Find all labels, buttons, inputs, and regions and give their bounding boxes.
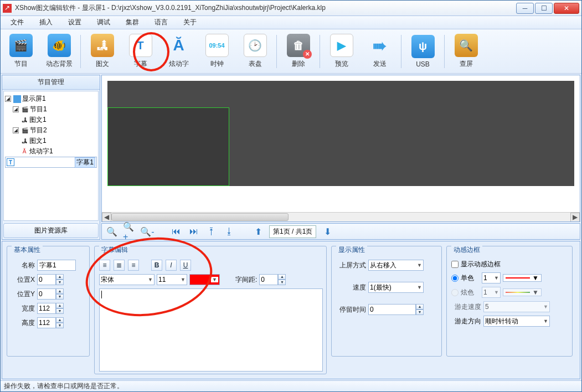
scroll-thumb[interactable] bbox=[111, 213, 289, 221]
stay-input[interactable] bbox=[368, 304, 416, 315]
page-top-icon[interactable]: ⭱ bbox=[205, 225, 218, 238]
scroll-right[interactable]: ▶ bbox=[570, 213, 580, 222]
page-indicator: 第1页 / 共1页 bbox=[269, 225, 316, 238]
tb-send[interactable]: ➠发送 bbox=[362, 32, 398, 71]
tree-p2b[interactable]: 炫动字1 bbox=[29, 147, 53, 156]
height-input[interactable] bbox=[37, 317, 56, 328]
spacing-input[interactable] bbox=[259, 274, 278, 285]
menu-debug[interactable]: 调试 bbox=[90, 17, 117, 28]
color-select[interactable]: ▼ bbox=[189, 274, 220, 285]
spin-down[interactable]: ▼ bbox=[56, 280, 64, 285]
align-right-button[interactable]: ≡ bbox=[128, 260, 139, 271]
menu-settings[interactable]: 设置 bbox=[61, 17, 88, 28]
first-page-icon[interactable]: ⏮ bbox=[169, 225, 183, 238]
tb-delete[interactable]: 🗑删除 bbox=[280, 32, 316, 71]
group-edit: 字幕编辑 bbox=[99, 245, 130, 255]
tb-clock[interactable]: 09:54时钟 bbox=[199, 32, 235, 71]
spin-down[interactable]: ▼ bbox=[56, 323, 64, 328]
align-center-button[interactable]: ≣ bbox=[114, 260, 125, 271]
maximize-button[interactable]: ☐ bbox=[535, 3, 553, 14]
tree-p1[interactable]: 节目1 bbox=[30, 105, 47, 114]
group-border: 动感边框 bbox=[451, 245, 482, 255]
mode-select[interactable]: 从右移入▼ bbox=[368, 260, 424, 271]
program-tree[interactable]: ◢显示屏1 ◢🎬节目1 🏞图文1 ◢🎬节目2 🏞图文1 Ă炫动字1 T字幕1 bbox=[3, 91, 99, 221]
subtitle-textarea[interactable] bbox=[99, 288, 323, 372]
width-input[interactable] bbox=[37, 303, 56, 314]
spin-up[interactable]: ▲ bbox=[56, 288, 64, 294]
menu-cluster[interactable]: 集群 bbox=[119, 17, 146, 28]
group-disp: 显示属性 bbox=[336, 245, 367, 255]
border-speed-select: 5▼ bbox=[483, 301, 550, 312]
spin-up[interactable]: ▲ bbox=[416, 304, 424, 310]
single-color-preview[interactable]: ▼ bbox=[503, 274, 542, 282]
tb-program[interactable]: 🎬节目 bbox=[3, 32, 39, 71]
magnifier-icon: 🔍 bbox=[455, 34, 478, 57]
menu-bar: 文件 插入 设置 调试 集群 语言 关于 bbox=[1, 16, 581, 29]
arrow-up-icon[interactable]: ⬆ bbox=[251, 225, 265, 238]
window-title: XShow图文编辑软件 - 显示屏1 - D:\rjxz\Xshow_V3.0.… bbox=[15, 3, 516, 13]
speed-select[interactable]: 1(最快)▼ bbox=[368, 282, 424, 293]
spin-up[interactable]: ▲ bbox=[56, 274, 64, 280]
spin-up[interactable]: ▲ bbox=[278, 274, 286, 280]
spin-up[interactable]: ▲ bbox=[56, 317, 64, 323]
close-button[interactable]: ✕ bbox=[554, 3, 579, 14]
border-dir-select[interactable]: 顺时针转动▼ bbox=[483, 316, 550, 327]
tree-p2a[interactable]: 图文1 bbox=[29, 136, 47, 146]
page-bottom-icon[interactable]: ⭳ bbox=[223, 225, 236, 238]
single-num-select[interactable]: 1▼ bbox=[482, 272, 501, 283]
tree-root[interactable]: 显示屏1 bbox=[22, 94, 46, 104]
tb-usb[interactable]: ψUSB bbox=[405, 32, 441, 71]
spin-down[interactable]: ▼ bbox=[56, 308, 64, 314]
tree-p2c[interactable]: 字幕1 bbox=[75, 157, 95, 168]
single-color-radio[interactable] bbox=[451, 275, 459, 282]
tb-subtitle[interactable]: T字幕 bbox=[122, 32, 158, 71]
tb-preview[interactable]: ▶预览 bbox=[323, 32, 359, 71]
app-icon bbox=[3, 4, 12, 13]
subtitle-region[interactable] bbox=[107, 107, 229, 186]
menu-file[interactable]: 文件 bbox=[4, 17, 30, 28]
pos-y-input[interactable] bbox=[37, 288, 56, 300]
spin-down[interactable]: ▼ bbox=[278, 280, 286, 285]
scroll-left[interactable]: ◀ bbox=[102, 213, 111, 222]
menu-language[interactable]: 语言 bbox=[148, 17, 174, 28]
tb-check[interactable]: 🔍查屏 bbox=[448, 32, 484, 71]
fancy-num-select: 1▼ bbox=[482, 287, 501, 298]
zoom-in-icon[interactable]: 🔍+ bbox=[123, 225, 136, 238]
menu-about[interactable]: 关于 bbox=[177, 17, 203, 28]
next-page-icon[interactable]: ⏭ bbox=[187, 225, 200, 238]
fancy-icon: Ă bbox=[20, 148, 28, 156]
film-icon: 🎬 bbox=[21, 106, 29, 114]
wand-icon: Ă bbox=[167, 34, 190, 57]
spin-down[interactable]: ▼ bbox=[56, 294, 64, 300]
show-border-checkbox[interactable] bbox=[451, 261, 459, 268]
name-input[interactable] bbox=[37, 260, 76, 271]
pos-x-input[interactable] bbox=[37, 274, 56, 285]
menu-insert[interactable]: 插入 bbox=[33, 17, 59, 28]
font-select[interactable]: 宋体▼ bbox=[99, 274, 154, 285]
underline-button[interactable]: U bbox=[180, 260, 191, 271]
italic-button[interactable]: I bbox=[166, 260, 177, 271]
main-toolbar: 🎬节目 🐠动态背景 🏞图文 T字幕 Ă炫动字 09:54时钟 🕑表盘 🗑删除 ▶… bbox=[1, 29, 581, 74]
text-icon: T bbox=[7, 158, 14, 166]
tree-p1a[interactable]: 图文1 bbox=[29, 115, 47, 125]
align-left-button[interactable]: ≡ bbox=[99, 260, 110, 271]
tb-fancy[interactable]: Ă炫动字 bbox=[161, 32, 197, 71]
zoom-fit-icon[interactable]: 🔍 bbox=[105, 225, 119, 238]
tb-dial[interactable]: 🕑表盘 bbox=[237, 32, 273, 71]
tree-toggle[interactable]: ◢ bbox=[5, 96, 11, 102]
size-select[interactable]: 11▼ bbox=[157, 274, 187, 285]
tb-imgtext[interactable]: 🏞图文 bbox=[84, 32, 120, 71]
arrow-down-icon[interactable]: ⬇ bbox=[321, 225, 334, 238]
tb-bg[interactable]: 🐠动态背景 bbox=[41, 32, 77, 71]
resource-library-button[interactable]: 图片资源库 bbox=[3, 223, 99, 238]
canvas-area[interactable]: ◀ ▶ bbox=[101, 75, 580, 222]
bold-button[interactable]: B bbox=[151, 260, 162, 271]
zoom-out-icon[interactable]: 🔍- bbox=[141, 225, 154, 238]
minimize-button[interactable]: ─ bbox=[516, 3, 534, 14]
tree-toggle[interactable]: ◢ bbox=[13, 127, 19, 133]
tree-toggle[interactable]: ◢ bbox=[13, 106, 19, 112]
tree-p2[interactable]: 节目2 bbox=[30, 126, 47, 135]
spin-up[interactable]: ▲ bbox=[56, 303, 64, 308]
image-icon: 🏞 bbox=[20, 137, 28, 145]
spin-down[interactable]: ▼ bbox=[416, 310, 424, 315]
